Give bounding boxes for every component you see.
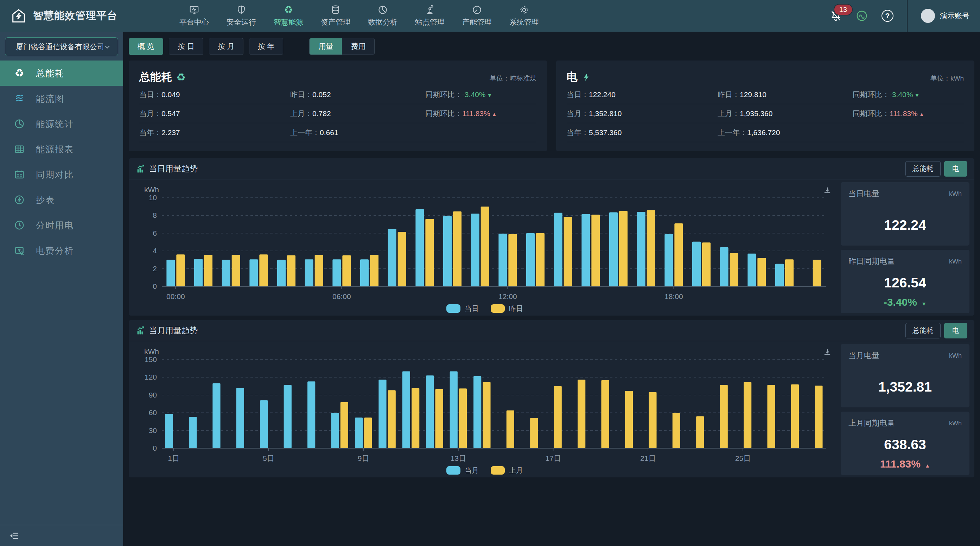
legend-item-this-month[interactable]: 当月 [446, 466, 479, 475]
last-month-usage-value: 638.63 [848, 437, 962, 452]
sidebar-item-energy-flow[interactable]: 能流图 [0, 86, 123, 111]
download-icon[interactable] [822, 348, 832, 357]
notifications-button[interactable]: 13 [829, 10, 842, 22]
summary-cards-row: 总能耗 ♻ 单位：吨标准煤 当日：0.049 昨日：0.052 同期环比：-3.… [129, 60, 974, 151]
sidebar-item-label: 能源统计 [36, 118, 74, 130]
toggle-usage[interactable]: 用量 [310, 38, 342, 54]
month-usage-panel: 当月电量kWh 1,352.81 [841, 344, 969, 408]
svg-text:00:00: 00:00 [166, 292, 185, 301]
health-status-button[interactable] [856, 10, 868, 22]
sidebar-item-energy-report[interactable]: 能源报表 [0, 137, 123, 162]
monthly-usage-plot-area: 0306090120150kWh1日5日9日13日17日21日25日 当月 上月 [134, 344, 836, 476]
sidebar-item-energy-stats[interactable]: 能源统计 [0, 111, 123, 137]
sidebar-item-tou-electricity[interactable]: 分时用电 [0, 212, 123, 238]
nav-item-site-management[interactable]: 站点管理 [415, 5, 445, 27]
svg-text:10: 10 [149, 194, 157, 202]
nav-item-smart-energy[interactable]: ♻ 智慧能源 [274, 5, 303, 27]
svg-text:30: 30 [149, 427, 157, 435]
legend-item-today[interactable]: 当日 [446, 304, 479, 314]
trend-chart-icon [136, 164, 146, 174]
help-button[interactable]: ? [881, 10, 894, 22]
download-icon[interactable] [822, 186, 832, 196]
legend-item-yesterday[interactable]: 昨日 [491, 304, 523, 314]
recycle-icon: ♻ [13, 68, 25, 79]
svg-text:8: 8 [153, 211, 157, 219]
database-icon [330, 5, 341, 15]
yesterday-usage-value: 126.54 [848, 275, 962, 291]
topbar-actions: 13 ? 演示账号 [829, 0, 980, 32]
trend-chart-icon [136, 326, 146, 336]
account-menu[interactable]: 演示账号 [921, 9, 969, 23]
chart1-electricity-button[interactable]: 电 [944, 161, 967, 177]
monthly-usage-bar-chart[interactable]: 0306090120150kWh1日5日9日13日17日21日25日 [134, 344, 836, 464]
monthly-trend-card: 当月用量趋势 总能耗 电 0306090120150kWh1日5日9日13日17… [129, 320, 974, 478]
nav-label: 智慧能源 [274, 17, 303, 27]
sidebar-item-label: 分时用电 [36, 220, 74, 231]
chart-title: 当月用量趋势 [149, 325, 198, 336]
chart-legend: 当日 昨日 [134, 302, 836, 315]
chart-legend: 当月 上月 [134, 464, 836, 476]
nav-label: 系统管理 [509, 17, 539, 27]
trend-down-icon: ▼ [914, 92, 920, 98]
card-title: 总能耗 ♻ [139, 70, 186, 84]
stat-row: 当月：1,352.810 上月：1,935.360 同期环比：111.83%▲ [567, 104, 964, 123]
clock-icon [13, 220, 25, 231]
svg-text:6: 6 [153, 229, 157, 237]
gear-icon [519, 5, 530, 15]
daily-usage-bar-chart[interactable]: 0246810kWh00:0006:0012:0018:00 [134, 182, 836, 302]
sidebar-item-tariff-analysis[interactable]: 电费分析 [0, 238, 123, 263]
sidebar-item-total-energy[interactable]: ♻ 总能耗 [0, 60, 123, 86]
stat-row: 当月：0.547 上月：0.782 同期环比：111.83%▲ [139, 104, 536, 123]
legend-item-last-month[interactable]: 上月 [491, 466, 523, 475]
nav-item-capacity-management[interactable]: 产能管理 [462, 5, 492, 27]
pulse-circle-icon [856, 10, 868, 22]
last-month-usage-panel: 上月同期电量kWh 638.63 111.83% ▲ [841, 412, 969, 475]
monitor-icon [189, 5, 199, 15]
usage-cost-toggle: 用量 费用 [309, 38, 375, 55]
total-energy-card: 总能耗 ♻ 单位：吨标准煤 当日：0.049 昨日：0.052 同期环比：-3.… [129, 60, 547, 151]
svg-text:17日: 17日 [545, 454, 561, 462]
toggle-cost[interactable]: 费用 [342, 38, 374, 54]
legend-swatch [491, 304, 505, 313]
tab-by-day[interactable]: 按 日 [169, 38, 203, 55]
pie-stats-icon [13, 118, 25, 129]
daily-usage-plot-area: 0246810kWh00:0006:0012:0018:00 当日 昨日 [134, 182, 836, 315]
nav-item-safe-operation[interactable]: 安全运行 [226, 5, 256, 27]
tab-overview[interactable]: 概 览 [129, 38, 163, 55]
notification-count-badge: 13 [834, 4, 853, 16]
svg-text:4: 4 [153, 247, 157, 255]
nav-label: 平台中心 [180, 17, 209, 27]
nav-item-platform-center[interactable]: 平台中心 [180, 5, 209, 27]
svg-text:25日: 25日 [735, 454, 751, 462]
shield-icon [236, 5, 247, 15]
company-selector[interactable]: 厦门锐谷通信设备有限公司 [5, 37, 118, 56]
nav-item-system-management[interactable]: 系统管理 [509, 5, 539, 27]
trend-down-icon: ▼ [487, 92, 492, 98]
sidebar-item-label: 同期对比 [36, 169, 74, 180]
svg-text:5日: 5日 [263, 454, 274, 462]
nav-item-asset-management[interactable]: 资产管理 [321, 5, 350, 27]
company-name: 厦门锐谷通信设备有限公司 [16, 42, 103, 52]
nav-label: 站点管理 [415, 17, 445, 27]
sidebar-item-period-compare[interactable]: 同期对比 [0, 162, 123, 187]
table-icon [13, 143, 25, 155]
avatar [921, 9, 935, 23]
yesterday-usage-panel: 昨日同期电量kWh 126.54 -3.40% ▼ [841, 250, 969, 313]
main-content: 概 览 按 日 按 月 按 年 用量 费用 总能耗 ♻ 单位：吨标准煤 当日：0… [123, 32, 980, 546]
trend-down-icon: ▼ [921, 301, 926, 307]
today-usage-value: 122.24 [848, 217, 962, 233]
electricity-card: 电 单位：kWh 当日：122.240 昨日：129.810 同期环比：-3.4… [556, 60, 974, 151]
flow-waves-icon [13, 93, 25, 104]
nav-label: 安全运行 [226, 17, 256, 27]
bolt-icon [582, 72, 591, 82]
nav-item-data-analysis[interactable]: 数据分析 [368, 5, 398, 27]
month-usage-value: 1,352.81 [848, 379, 962, 395]
tab-by-month[interactable]: 按 月 [209, 38, 243, 55]
sidebar-item-meter-reading[interactable]: 抄表 [0, 187, 123, 212]
sidebar-collapse-button[interactable] [9, 530, 20, 541]
chart2-total-energy-button[interactable]: 总能耗 [905, 323, 940, 338]
svg-text:12:00: 12:00 [498, 292, 517, 301]
tab-by-year[interactable]: 按 年 [249, 38, 283, 55]
chart1-total-energy-button[interactable]: 总能耗 [905, 161, 940, 177]
chart2-electricity-button[interactable]: 电 [944, 323, 967, 338]
